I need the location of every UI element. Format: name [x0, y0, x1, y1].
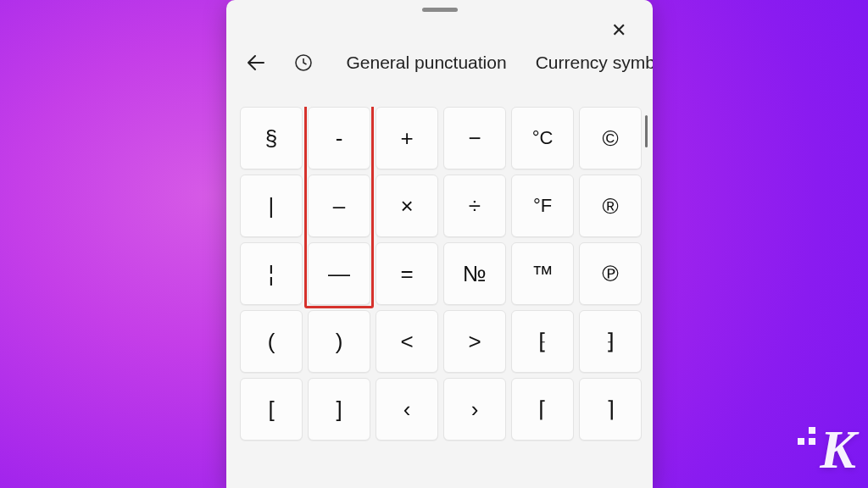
watermark-dots-icon	[798, 427, 815, 445]
symbol-key[interactable]: ©	[579, 107, 642, 169]
scrollbar-thumb[interactable]	[645, 115, 648, 147]
symbol-key[interactable]: ‹	[376, 378, 438, 441]
nav-bar: General punctuation Currency symbols	[226, 41, 653, 85]
symbol-key[interactable]: °F	[511, 175, 574, 237]
symbol-grid: §-+−°C©|–×÷°F®¦—=№™℗()<>⁅⁆[]‹›⌈⌉	[240, 107, 639, 441]
symbol-key[interactable]: –	[308, 175, 370, 237]
symbol-key[interactable]: -	[308, 107, 370, 169]
symbol-key[interactable]: —	[308, 242, 370, 305]
desktop-background: ✕ General punctuation	[0, 0, 868, 488]
watermark-logo: K	[820, 419, 854, 481]
close-button[interactable]: ✕	[607, 19, 631, 42]
symbol-key[interactable]: ¦	[240, 242, 303, 305]
back-button[interactable]	[238, 46, 274, 80]
titlebar: ✕	[226, 0, 653, 41]
symbol-key[interactable]: ⁅	[511, 310, 574, 373]
symbol-key[interactable]: ™	[511, 242, 574, 305]
symbol-key[interactable]: ×	[376, 175, 438, 237]
tab-general-punctuation[interactable]: General punctuation	[345, 49, 509, 76]
clock-icon	[293, 53, 314, 73]
symbol-picker-panel: ✕ General punctuation	[226, 0, 653, 488]
symbol-grid-container: §-+−°C©|–×÷°F®¦—=№™℗()<>⁅⁆[]‹›⌈⌉	[226, 107, 653, 488]
symbol-key[interactable]: +	[376, 107, 438, 169]
symbol-key[interactable]: °C	[511, 107, 574, 169]
tab-label: Currency symbols	[536, 53, 653, 72]
back-arrow-icon	[246, 53, 266, 73]
symbol-key[interactable]: ⌉	[579, 378, 642, 441]
symbol-key[interactable]: =	[376, 242, 438, 305]
symbol-key[interactable]: §	[240, 107, 303, 169]
symbol-key[interactable]: ⁆	[579, 310, 642, 373]
symbol-key[interactable]: ›	[443, 378, 506, 441]
drag-grip[interactable]	[422, 8, 458, 12]
symbol-key[interactable]: ⌈	[511, 378, 574, 441]
tab-currency-symbols[interactable]: Currency symbols	[534, 49, 653, 76]
symbol-key[interactable]: )	[308, 310, 370, 373]
tab-label: General punctuation	[347, 53, 507, 72]
symbol-key[interactable]: >	[443, 310, 506, 373]
symbol-key[interactable]: ÷	[443, 175, 506, 237]
watermark-letter: K	[820, 419, 854, 480]
symbol-key[interactable]: |	[240, 175, 303, 237]
symbol-key[interactable]: −	[443, 107, 506, 169]
symbol-key[interactable]: ®	[579, 175, 642, 237]
symbol-key[interactable]: ]	[308, 378, 370, 441]
close-icon: ✕	[611, 19, 626, 42]
symbol-key[interactable]: [	[240, 378, 303, 441]
symbol-key[interactable]: (	[240, 310, 303, 373]
symbol-key[interactable]: ℗	[579, 242, 642, 305]
category-tabs: General punctuation Currency symbols	[345, 49, 654, 76]
symbol-key[interactable]: №	[443, 242, 506, 305]
symbol-key[interactable]: <	[376, 310, 438, 373]
history-button[interactable]	[286, 46, 321, 80]
